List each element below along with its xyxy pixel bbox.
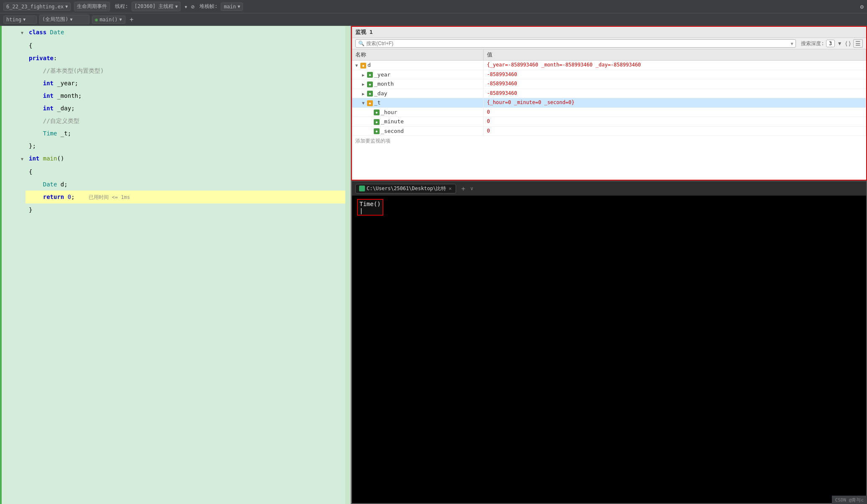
tree-arrow[interactable]: ▼: [355, 63, 360, 68]
code-line-private: private:: [0, 52, 350, 64]
var-icon: ◆: [374, 119, 380, 125]
watch-search-input[interactable]: [366, 41, 790, 46]
line-code: int main(): [26, 152, 350, 165]
var-icon: ◆: [374, 128, 380, 134]
line-code: int _month;: [26, 89, 350, 102]
stack-selector[interactable]: main ▼: [221, 3, 243, 11]
stack-value: main: [224, 4, 236, 10]
fold-toggle[interactable]: ▼: [19, 153, 26, 165]
line-code: return 0; 已用时间 <= 1ms: [26, 191, 350, 204]
code-line-close-class: };: [0, 140, 350, 152]
watch-table-row[interactable]: ▶◆_month-858993460: [352, 79, 866, 89]
terminal-output-highlight: Time() |: [357, 199, 383, 216]
breadcrumb-scope-label: (全局范围): [42, 16, 68, 23]
breadcrumb-toolbar: hting ▼ (全局范围) ▼ ◉ main() ▼ +: [0, 13, 867, 26]
func-icon: ◉: [95, 17, 98, 23]
watch-table-row[interactable]: ▼◆_t{_hour=0 _minute=0 _second=0}: [352, 98, 866, 108]
file-dropdown-arrow: ▼: [65, 4, 68, 9]
breadcrumb-file-label: hting: [6, 17, 21, 23]
watch-table-row[interactable]: ◆_second0: [352, 126, 866, 136]
watch-row-name-cell: ◆_second: [352, 126, 483, 136]
line-code: {: [26, 39, 350, 52]
watch-row-name-cell: ▼◆_t: [352, 98, 483, 108]
code-line-date-d: Date d;: [0, 178, 350, 191]
tree-arrow[interactable]: ▶: [362, 73, 367, 77]
watch-row-value-cell: 0: [483, 117, 866, 127]
watch-table-row[interactable]: ▶◆_day-858993460: [352, 89, 866, 98]
terminal-cursor: |: [360, 207, 363, 214]
stack-label: 堆栈帧:: [199, 3, 217, 10]
col-name-header: 名称: [352, 49, 483, 61]
var-name: _day: [374, 90, 387, 97]
terminal-dropdown-button[interactable]: ∨: [470, 186, 473, 191]
line-code: {: [26, 165, 350, 178]
line-code: class Date: [26, 26, 350, 38]
breadcrumb-func[interactable]: ◉ main() ▼: [92, 15, 125, 24]
line-code: }: [26, 204, 350, 216]
top-toolbar: 6_22_23_fighting.ex ▼ 生命周期事件 线程: [20360]…: [0, 0, 867, 13]
fold-toggle[interactable]: ▼: [19, 27, 26, 39]
watch-table-row[interactable]: ◆_hour0: [352, 107, 866, 117]
search-depth-arrow[interactable]: ▼: [838, 41, 841, 46]
var-name: _minute: [381, 118, 404, 125]
line-code: //基本类型(内置类型): [26, 64, 350, 77]
code-line-month: int _month;: [0, 89, 350, 102]
watch-table: 名称 值 ▼◆d{_year=-858993460 _month=-858993…: [352, 49, 866, 136]
code-line-main-open: {: [0, 165, 350, 178]
breadcrumb-scope[interactable]: (全局范围) ▼: [39, 15, 89, 24]
search-depth-value: 3: [826, 40, 835, 47]
thread-id: [20360] 主线程: [135, 3, 174, 10]
var-name: _year: [374, 71, 390, 78]
filter2-icon[interactable]: ⊘: [191, 3, 194, 10]
watch-title: 监视 1: [355, 28, 373, 36]
watch-row-name-cell: ▶◆_month: [352, 79, 483, 89]
terminal-tab-icon: [359, 186, 365, 191]
code-line-return: return 0; 已用时间 <= 1ms: [0, 191, 350, 204]
add-watch-item[interactable]: 添加要监视的项: [352, 136, 866, 146]
terminal-add-button[interactable]: +: [459, 185, 467, 193]
watch-row-value-cell: -858993460: [483, 89, 866, 98]
gear-icon[interactable]: ⚙: [860, 3, 864, 10]
tree-arrow[interactable]: ▶: [362, 82, 367, 87]
code-line-time-t: Time _t;: [0, 127, 350, 140]
watch-row-name-cell: ▶◆_year: [352, 70, 483, 79]
tree-arrow[interactable]: ▶: [362, 92, 367, 96]
code-line-comment2: //自定义类型: [0, 115, 350, 127]
watch-row-name-cell: ▼◆d: [352, 61, 483, 70]
status-bar: CSDN @青与c: [832, 496, 867, 504]
file-selector[interactable]: 6_22_23_fighting.ex ▼: [3, 3, 71, 11]
var-name: _month: [374, 81, 394, 87]
watch-table-header: 名称 值: [352, 49, 866, 61]
var-name: _second: [381, 128, 404, 134]
format-icon[interactable]: ⟨⟩: [844, 40, 852, 47]
terminal-tab[interactable]: C:\Users\25061\Desktop\比特 ✕: [355, 184, 456, 193]
thread-dropdown-arrow: ▼: [175, 4, 178, 9]
search-dropdown-icon[interactable]: ▼: [790, 41, 793, 46]
watch-panel: 监视 1 🔍 ▼ 搜索深度: 3 ▼ ⟨⟩ ☰ 名称 值: [351, 26, 867, 181]
watch-table-row[interactable]: ◆_minute0: [352, 117, 866, 127]
search-icon: 🔍: [358, 41, 365, 46]
watch-table-row[interactable]: ▼◆d{_year=-858993460 _month=-858993460 _…: [352, 61, 866, 70]
add-breadcrumb-button[interactable]: +: [128, 16, 135, 23]
line-code: int _day;: [26, 102, 350, 115]
watch-row-value-cell: 0: [483, 107, 866, 117]
breadcrumb-file[interactable]: hting ▼: [3, 15, 37, 24]
watch-table-row[interactable]: ▶◆_year-858993460: [352, 70, 866, 79]
terminal-titlebar: C:\Users\25061\Desktop\比特 ✕ + ∨: [352, 181, 866, 196]
filter-icon[interactable]: ▾: [184, 3, 187, 10]
code-scrollbar[interactable]: [345, 26, 350, 504]
lifecycle-label: 生命周期事件: [74, 2, 110, 11]
main-area: ▼ class Date { private: //基本类型(内置类型): [0, 26, 867, 504]
watch-row-name-cell: ▶◆_day: [352, 89, 483, 98]
thread-selector[interactable]: [20360] 主线程 ▼: [132, 2, 181, 11]
var-icon: ◆: [367, 72, 373, 78]
terminal-close-button[interactable]: ✕: [448, 186, 452, 191]
tree-arrow[interactable]: ▼: [362, 101, 367, 105]
watch-row-value-cell: -858993460: [483, 70, 866, 79]
search-depth-label: 搜索深度:: [801, 40, 824, 47]
watch-toolbar: 🔍 ▼ 搜索深度: 3 ▼ ⟨⟩ ☰: [352, 38, 866, 49]
options-icon[interactable]: ☰: [853, 39, 863, 48]
stack-dropdown-arrow: ▼: [237, 4, 240, 9]
status-label: CSDN @青与c: [835, 497, 864, 503]
watch-search-box[interactable]: 🔍 ▼: [355, 39, 796, 48]
